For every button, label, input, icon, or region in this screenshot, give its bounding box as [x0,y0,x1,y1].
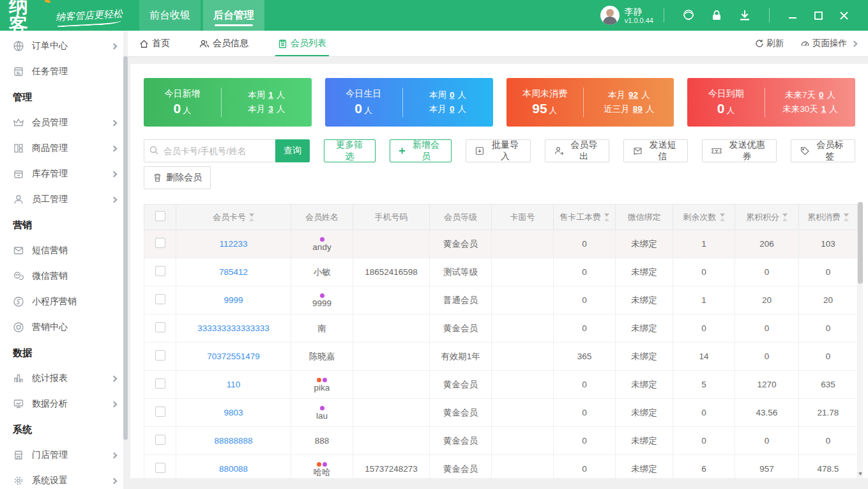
batch-import-button[interactable]: 批量导入 [466,139,530,162]
close-icon[interactable] [831,6,857,25]
sidebar-item-sms-marketing[interactable]: 短信营销 [0,238,128,263]
sidebar-item-marketing-center[interactable]: 营销中心 [0,314,128,340]
member-card-link[interactable]: 9803 [224,408,243,417]
member-card-link[interactable]: 112233 [219,239,247,249]
sidebar-item-data-analysis[interactable]: 数据分析 [0,391,128,417]
chevron-right-icon [111,43,118,49]
row-checkbox[interactable] [155,294,165,304]
row-checkbox[interactable] [155,463,165,473]
col-card-fee[interactable]: 售卡工本费 [554,205,616,230]
sort-icon[interactable] [604,213,609,221]
tab-member-list[interactable]: 会员列表 [278,31,326,56]
avatar[interactable] [600,6,620,25]
col-points[interactable]: 累积积分 [735,205,799,230]
member-card-link[interactable]: 333333333333333 [197,323,270,333]
sidebar-scrollbar[interactable] [123,31,128,489]
minimize-icon[interactable] [780,6,805,25]
points: 0 [735,258,799,286]
mode-tabs: 前台收银 后台管理 [139,0,267,31]
member-level: 黄金会员 [430,427,492,455]
sidebar-item-miniapp-marketing[interactable]: 小程序营销 [0,289,128,314]
sidebar-item-order-center[interactable]: 订单中心 [0,33,128,59]
sidebar-item-staff-management[interactable]: 员工管理 [0,187,128,212]
sidebar-item-inventory-management[interactable]: 库存管理 [0,161,128,187]
sidebar-item-wechat-marketing[interactable]: 微信营销 [0,263,128,289]
stat-card-birthday-today[interactable]: 今日生日 0人 本周0人 本月0人 [325,78,493,127]
sort-icon[interactable] [844,213,849,221]
sort-icon[interactable] [249,213,254,221]
topbar: 纳客 纳客管店更轻松 前台收银 后台管理 李静 v1.0.0.44 [0,0,868,31]
row-checkbox[interactable] [155,378,165,389]
member-card-link[interactable]: 880088 [219,464,248,474]
sidebar-item-statistics-report[interactable]: 统计报表 [0,366,128,391]
stat-link[interactable]: 89 [633,104,643,114]
table-scrollbar[interactable] [858,202,863,478]
member-card-link[interactable]: 785412 [219,267,248,277]
sidebar-item-task-management[interactable]: 任务管理 [0,59,128,84]
row-checkbox[interactable] [155,322,165,332]
store-icon [13,449,24,461]
sidebar: 订单中心 任务管理 管理 会员管理 商品管理 库存管理 员工管理 [0,31,128,489]
goods-icon [13,143,24,154]
card-fee: 0 [554,371,616,399]
sidebar-item-goods-management[interactable]: 商品管理 [0,136,128,161]
stat-card-new-today[interactable]: 今日新增 0人 本周1人 本月3人 [144,78,312,127]
sidebar-scrollbar-thumb[interactable] [123,56,128,440]
member-tag-button[interactable]: 会员标签 [791,139,855,162]
member-phone [353,230,430,258]
row-checkbox[interactable] [155,407,165,417]
stat-link[interactable]: 0 [819,90,824,100]
stat-link[interactable]: 0 [450,104,455,114]
row-checkbox[interactable] [155,350,165,361]
search-box: 查询 [144,139,310,162]
send-sms-button[interactable]: 发送短信 [623,139,688,162]
col-consume[interactable]: 累积消费 [799,205,858,230]
tab-home[interactable]: 首页 [139,31,170,56]
tab-backend-admin[interactable]: 后台管理 [203,0,264,31]
stat-card-no-consume-week[interactable]: 本周未消费 95人 本月92人 近三月89人 [506,78,674,127]
add-member-button[interactable]: 新增会员 [390,139,452,162]
stat-link[interactable]: 1 [268,90,273,100]
remain-times: 1 [673,230,735,258]
send-coupon-button[interactable]: 发送优惠券 [702,139,776,162]
stat-link[interactable]: 1 [821,104,826,114]
stat-link[interactable]: 0 [450,90,455,100]
scroll-down-arrow[interactable] [858,470,863,477]
tab-member-info[interactable]: 会员信息 [199,31,248,56]
search-input[interactable] [144,139,275,162]
sidebar-item-system-settings[interactable]: 系统设置 [0,468,128,489]
page-operations-button[interactable]: 页面操作 [800,38,857,49]
card-fee: 0 [554,455,616,479]
member-export-button[interactable]: 会员导出 [545,139,609,162]
sort-icon[interactable] [782,213,788,221]
row-checkbox[interactable] [155,435,165,445]
sidebar-item-store-management[interactable]: 门店管理 [0,442,128,468]
stat-link[interactable]: 92 [628,90,638,100]
points: 20 [735,286,799,314]
col-card-no[interactable]: 会员卡号 [176,205,291,230]
download-icon[interactable] [738,8,752,22]
table-scrollbar-thumb[interactable] [858,202,863,284]
member-card-link[interactable]: 110 [227,380,241,389]
lock-icon[interactable] [710,8,724,22]
member-card-link[interactable]: 70372551479 [207,352,260,361]
stat-card-expire-today[interactable]: 今日到期 0人 未来7天0人 未来30天1人 [687,78,855,127]
query-button[interactable]: 查询 [275,139,310,162]
app-window: 纳客 纳客管店更轻松 前台收银 后台管理 李静 v1.0.0.44 [0,0,868,489]
row-checkbox[interactable] [155,238,165,248]
member-card-link[interactable]: 88888888 [214,436,252,446]
tab-front-cashier[interactable]: 前台收银 [139,0,201,31]
select-all-checkbox[interactable] [155,211,165,221]
stat-link[interactable]: 3 [268,104,273,114]
member-card-link[interactable]: 9999 [224,295,243,305]
support-icon[interactable] [681,8,696,22]
delete-member-button[interactable]: 删除会员 [144,166,211,189]
member-name: 888 [291,435,353,446]
maximize-icon[interactable] [805,6,831,25]
col-remain-times[interactable]: 剩余次数 [673,205,735,230]
row-checkbox[interactable] [155,266,165,276]
refresh-button[interactable]: 刷新 [755,38,784,49]
sidebar-item-member-management[interactable]: 会员管理 [0,110,128,136]
sort-icon[interactable] [720,213,725,221]
more-filter-button[interactable]: 更多筛选 [324,139,376,162]
